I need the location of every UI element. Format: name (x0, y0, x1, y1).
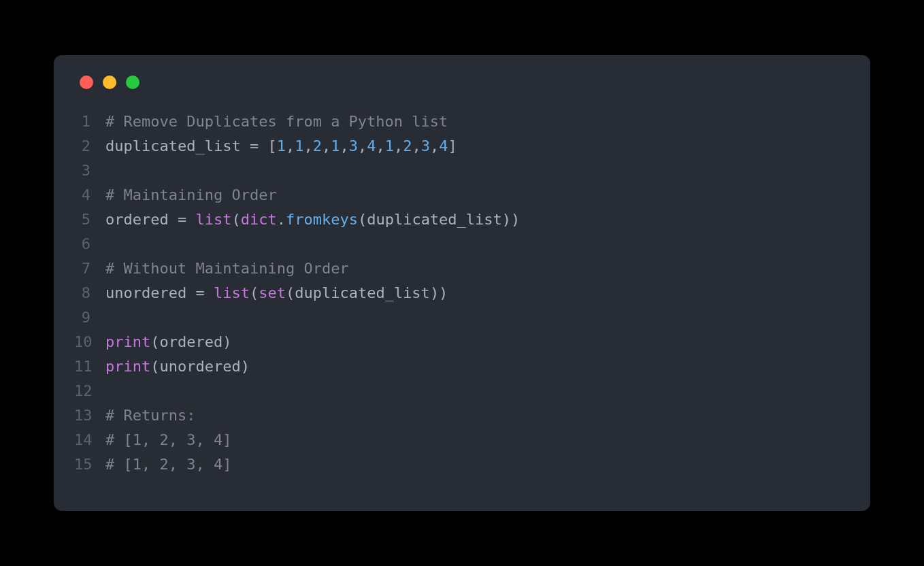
code-token: ( (231, 211, 240, 228)
code-token: ) (222, 333, 231, 350)
code-line[interactable]: 8unordered = list(set(duplicated_list)) (74, 281, 850, 305)
code-line[interactable]: 2duplicated_list = [1,1,2,1,3,4,1,2,3,4] (74, 134, 850, 159)
code-token: 1 (385, 137, 394, 154)
code-token: duplicated_list (105, 137, 250, 154)
code-token: 2 (403, 137, 412, 154)
code-token: fromkeys (286, 211, 358, 228)
code-token: , (430, 137, 439, 154)
code-line[interactable]: 6 (74, 232, 850, 256)
line-number: 2 (74, 134, 105, 159)
code-line[interactable]: 14# [1, 2, 3, 4] (74, 428, 850, 452)
code-token: 1 (277, 137, 286, 154)
code-token: # Maintaining Order (105, 186, 277, 203)
window-traffic-lights (74, 76, 850, 89)
line-content[interactable]: unordered = list(set(duplicated_list)) (105, 281, 448, 305)
code-token: unordered (105, 284, 195, 301)
line-content[interactable]: # Maintaining Order (105, 183, 277, 207)
code-token: , (322, 137, 331, 154)
code-token: print (105, 358, 150, 375)
code-token: , (412, 137, 420, 154)
code-token: # [1, 2, 3, 4] (105, 431, 231, 448)
line-number: 8 (74, 281, 105, 305)
code-token: # Returns: (105, 407, 195, 424)
code-line[interactable]: 15# [1, 2, 3, 4] (74, 452, 850, 477)
line-number: 7 (74, 256, 105, 281)
code-token: , (340, 137, 348, 154)
line-number: 13 (74, 403, 105, 428)
code-token: ( (150, 333, 159, 350)
line-content[interactable]: # Returns: (105, 403, 195, 428)
maximize-icon[interactable] (126, 76, 139, 89)
code-token: list (214, 284, 250, 301)
code-token: ) (241, 358, 250, 375)
line-content[interactable]: duplicated_list = [1,1,2,1,3,4,1,2,3,4] (105, 134, 457, 159)
code-line[interactable]: 7# Without Maintaining Order (74, 256, 850, 281)
line-number: 11 (74, 354, 105, 379)
code-token: = (178, 211, 196, 228)
line-number: 5 (74, 207, 105, 232)
code-token: )) (430, 284, 448, 301)
line-content[interactable] (105, 305, 114, 330)
code-token: ordered (105, 211, 178, 228)
code-token: duplicated_list (295, 284, 430, 301)
code-token: 3 (349, 137, 358, 154)
code-token: ] (448, 137, 457, 154)
code-token: , (394, 137, 403, 154)
line-number: 12 (74, 379, 105, 403)
code-token: )) (502, 211, 521, 228)
code-window: 1# Remove Duplicates from a Python list2… (54, 55, 870, 511)
line-content[interactable] (105, 232, 114, 256)
code-line[interactable]: 9 (74, 305, 850, 330)
code-token: 2 (313, 137, 322, 154)
code-editor[interactable]: 1# Remove Duplicates from a Python list2… (74, 110, 850, 477)
line-content[interactable] (105, 379, 114, 403)
code-token: , (286, 137, 295, 154)
code-line[interactable]: 3 (74, 159, 850, 183)
code-token: # Without Maintaining Order (105, 260, 349, 277)
code-token: # [1, 2, 3, 4] (105, 456, 231, 473)
code-line[interactable]: 10print(ordered) (74, 330, 850, 354)
code-token: 1 (331, 137, 340, 154)
line-number: 9 (74, 305, 105, 330)
line-content[interactable]: ordered = list(dict.fromkeys(duplicated_… (105, 207, 520, 232)
code-token: set (259, 284, 286, 301)
line-number: 14 (74, 428, 105, 452)
line-content[interactable]: # [1, 2, 3, 4] (105, 428, 231, 452)
code-token: = (250, 137, 268, 154)
code-token: ( (250, 284, 259, 301)
code-token: # Remove Duplicates from a Python list (105, 113, 448, 130)
code-token: 1 (295, 137, 303, 154)
code-line[interactable]: 12 (74, 379, 850, 403)
code-token: = (195, 284, 214, 301)
line-number: 15 (74, 452, 105, 477)
code-token: ( (150, 358, 159, 375)
code-token: ( (358, 211, 367, 228)
code-token: . (277, 211, 286, 228)
code-token: list (195, 211, 231, 228)
close-icon[interactable] (80, 76, 93, 89)
code-token: [ (267, 137, 276, 154)
code-line[interactable]: 13# Returns: (74, 403, 850, 428)
line-content[interactable]: # [1, 2, 3, 4] (105, 452, 231, 477)
line-number: 3 (74, 159, 105, 183)
line-content[interactable]: # Remove Duplicates from a Python list (105, 110, 448, 134)
code-token: , (303, 137, 312, 154)
code-token: ( (286, 284, 295, 301)
line-number: 6 (74, 232, 105, 256)
line-content[interactable] (105, 159, 114, 183)
line-content[interactable]: print(unordered) (105, 354, 250, 379)
code-token: duplicated_list (367, 211, 502, 228)
code-token: print (105, 333, 150, 350)
line-content[interactable]: # Without Maintaining Order (105, 256, 349, 281)
code-token: , (376, 137, 384, 154)
line-number: 1 (74, 110, 105, 134)
code-line[interactable]: 5ordered = list(dict.fromkeys(duplicated… (74, 207, 850, 232)
code-line[interactable]: 1# Remove Duplicates from a Python list (74, 110, 850, 134)
code-token: 4 (367, 137, 376, 154)
code-line[interactable]: 4# Maintaining Order (74, 183, 850, 207)
minimize-icon[interactable] (103, 76, 116, 89)
code-line[interactable]: 11print(unordered) (74, 354, 850, 379)
code-token: , (358, 137, 367, 154)
line-content[interactable]: print(ordered) (105, 330, 231, 354)
code-token: unordered (159, 358, 240, 375)
